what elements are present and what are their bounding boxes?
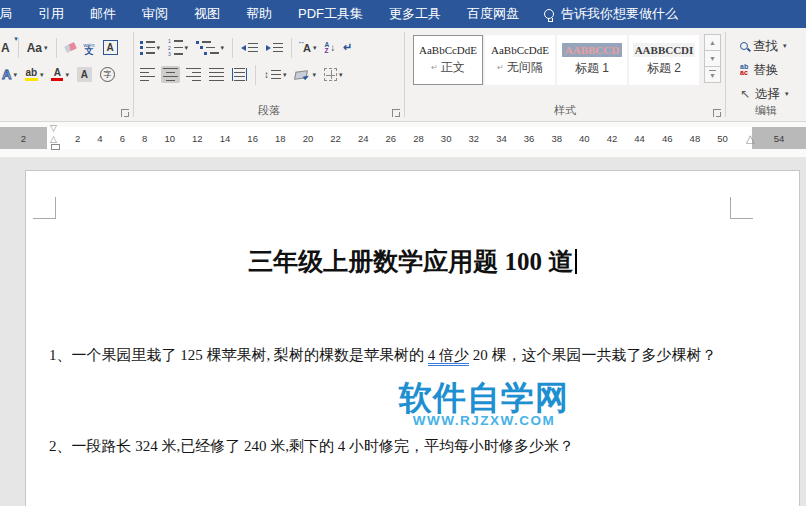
- style-gallery-more-button[interactable]: ▼: [704, 66, 721, 83]
- paragraph-group: ▾ 123 ▾ ▾: [134, 28, 404, 121]
- style-card-heading1[interactable]: AABBCCD 标题 1: [557, 35, 627, 85]
- clear-formatting-button[interactable]: [63, 42, 78, 53]
- ruler-number: 22: [330, 133, 341, 144]
- menu-tab[interactable]: 视图: [181, 0, 233, 28]
- style-scroll-down-button[interactable]: ▼: [704, 50, 721, 67]
- ruler-number: 30: [441, 133, 452, 144]
- ruler-number: 6: [120, 133, 125, 144]
- tell-me-search[interactable]: 告诉我你想要做什么: [544, 5, 678, 23]
- document-page[interactable]: 三年级上册数学应用题 100 道 1、一个果园里栽了 125 棵苹果树, 梨树的…: [25, 170, 800, 506]
- style-card-normal[interactable]: AaBbCcDdE ↵正文: [413, 35, 483, 85]
- justify-button[interactable]: [207, 66, 226, 84]
- sort-button[interactable]: AZ↓: [323, 40, 338, 56]
- character-shading-icon: A: [77, 67, 92, 82]
- ruler-number: 38: [551, 133, 562, 144]
- asian-layout-button[interactable]: ↔A ▾: [298, 40, 318, 56]
- ruler-number: 42: [607, 133, 618, 144]
- ribbon-tab-bar: 局引用邮件审阅视图帮助PDF工具集更多工具百度网盘 告诉我你想要做什么: [0, 0, 806, 28]
- margin-corner-top-left: [33, 197, 56, 219]
- highlight-color-button[interactable]: ab ▾: [23, 66, 46, 84]
- borders-button[interactable]: ▾: [322, 66, 345, 83]
- ruler-number: 26: [386, 133, 397, 144]
- styles-dialog-launcher[interactable]: [713, 109, 721, 117]
- paint-bucket-icon: [294, 70, 308, 80]
- paragraph-group-label: 段落: [134, 103, 404, 118]
- line-spacing-icon: ↕: [264, 69, 281, 80]
- first-line-indent-marker[interactable]: ▽: [50, 124, 57, 132]
- ruler-number: 36: [524, 133, 535, 144]
- style-card-heading2[interactable]: AABBCCDI 标题 2: [629, 35, 699, 85]
- text-cursor: [575, 249, 577, 274]
- ruler-number: 16: [247, 133, 258, 144]
- paragraph-mark-icon: ↵: [343, 41, 352, 54]
- increase-indent-icon: [266, 43, 283, 53]
- bullets-icon: [140, 41, 155, 55]
- watermark: 软件自学网 WWW.RJZXW.COM: [359, 381, 609, 428]
- text-effects-button[interactable]: A▾: [4, 65, 19, 84]
- watermark-site-name: 软件自学网: [359, 381, 609, 415]
- phonetic-guide-button[interactable]: wén文: [82, 40, 97, 56]
- style-card-no-spacing[interactable]: AaBbCcDdE ↵无间隔: [485, 35, 555, 85]
- problem-1[interactable]: 1、一个果园里栽了 125 棵苹果树, 梨树的棵数是苹果树的 4 倍少 20 棵…: [26, 346, 799, 365]
- shading-button[interactable]: ▾: [293, 69, 319, 81]
- grammar-underlined-text: 4 倍少: [428, 347, 469, 366]
- align-right-button[interactable]: [184, 66, 203, 84]
- character-shading-button[interactable]: A: [75, 65, 94, 84]
- enclose-characters-icon: 字: [100, 67, 115, 82]
- menu-tab[interactable]: 帮助: [233, 0, 285, 28]
- ruler-number: 46: [662, 133, 673, 144]
- replace-icon: abac: [740, 64, 748, 76]
- increase-indent-button[interactable]: [264, 41, 285, 55]
- ruler-number: 20: [303, 133, 314, 144]
- menu-tab[interactable]: PDF工具集: [285, 0, 376, 28]
- menu-tab[interactable]: 更多工具: [376, 0, 454, 28]
- character-border-button[interactable]: A: [101, 38, 120, 57]
- multilevel-list-icon: [196, 41, 219, 55]
- hanging-indent-marker[interactable]: △: [50, 135, 57, 143]
- ruler-number: 18: [275, 133, 286, 144]
- shrink-font-button[interactable]: A▾: [0, 40, 12, 56]
- ruler-number: 10: [164, 133, 175, 144]
- ruler-number: 8: [142, 133, 147, 144]
- font-group: A▾ Aa▾ wén文 A A▾ ab ▾: [0, 28, 133, 121]
- menu-tab[interactable]: 百度网盘: [454, 0, 532, 28]
- menu-tab[interactable]: 邮件: [77, 0, 129, 28]
- align-left-button[interactable]: [138, 66, 157, 84]
- distribute-button[interactable]: [230, 66, 249, 84]
- text-effects-icon: A: [2, 67, 11, 82]
- replace-button[interactable]: abac 替换: [726, 58, 806, 82]
- justify-icon: [209, 68, 224, 82]
- font-color-icon: A: [51, 68, 63, 82]
- style-scroll-up-button[interactable]: ▲: [704, 34, 721, 51]
- change-case-button[interactable]: Aa▾: [25, 39, 50, 57]
- multilevel-list-button[interactable]: ▾: [194, 39, 226, 57]
- find-button[interactable]: 查找 ▾: [726, 34, 806, 58]
- style-gallery: AaBbCcDdE ↵正文 AaBbCcDdE ↵无间隔 AABBCCD 标题 …: [405, 34, 725, 85]
- show-hide-marks-button[interactable]: ↵: [341, 39, 354, 56]
- left-indent-marker[interactable]: [51, 144, 60, 150]
- menu-tab[interactable]: 局: [0, 0, 25, 28]
- align-center-button[interactable]: [161, 66, 180, 84]
- document-title[interactable]: 三年级上册数学应用题 100 道: [26, 245, 799, 278]
- editing-group: 查找 ▾ abac 替换 ↖ 选择 ▾ 编辑: [726, 28, 806, 121]
- distribute-icon: [232, 68, 247, 82]
- right-indent-marker[interactable]: △: [746, 134, 754, 142]
- paragraph-dialog-launcher[interactable]: [392, 109, 400, 117]
- ruler-number: 48: [690, 133, 701, 144]
- styles-group: AaBbCcDdE ↵正文 AaBbCcDdE ↵无间隔 AABBCCD 标题 …: [405, 28, 725, 121]
- search-icon: [740, 42, 748, 50]
- numbering-button[interactable]: 123 ▾: [166, 37, 190, 58]
- decrease-indent-button[interactable]: [239, 41, 260, 55]
- menu-tab[interactable]: 审阅: [129, 0, 181, 28]
- font-dialog-launcher[interactable]: [121, 109, 129, 117]
- align-left-icon: [140, 68, 155, 82]
- problem-2[interactable]: 2、一段路长 324 米,已经修了 240 米,剩下的 4 小时修完，平均每小时…: [26, 437, 799, 456]
- bullets-button[interactable]: ▾: [138, 39, 162, 57]
- enclose-characters-button[interactable]: 字: [98, 65, 117, 84]
- lightbulb-icon: [544, 9, 554, 19]
- cursor-arrow-icon: ↖: [740, 87, 750, 101]
- menu-tab[interactable]: 引用: [25, 0, 77, 28]
- ruler-number: 12: [192, 133, 203, 144]
- line-spacing-button[interactable]: ↕ ▾: [262, 67, 289, 82]
- font-color-button[interactable]: A ▾: [49, 66, 71, 84]
